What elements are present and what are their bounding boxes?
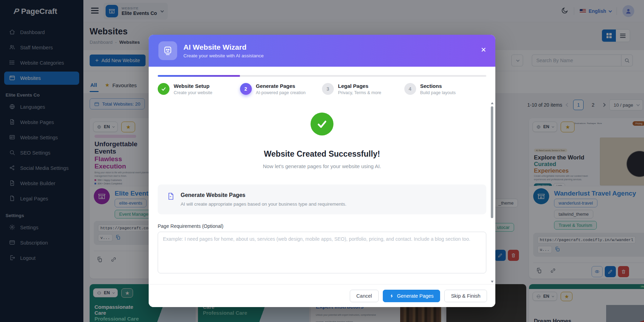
scrollbar-thumb[interactable] xyxy=(491,106,493,218)
wizard-subtitle: Create your website with AI assistance xyxy=(183,53,264,58)
step-generate-pages: 2 Generate PagesAI-powered page creation xyxy=(240,83,322,95)
success-block: Website Created Successfully! Now let's … xyxy=(149,113,495,169)
skip-finish-button[interactable]: Skip & Finish xyxy=(444,290,487,302)
step-done-check-icon xyxy=(158,83,170,95)
wizard-header: AI Website Wizard Create your website wi… xyxy=(149,35,495,67)
generate-pages-info-box: Generate Website Pages AI will create ap… xyxy=(158,184,486,214)
info-subtitle: AI will create appropriate pages based o… xyxy=(181,201,346,207)
wizard-title: AI Website Wizard xyxy=(183,43,264,51)
success-subtitle: Now let's generate pages for your websit… xyxy=(149,163,495,169)
step-legal-pages: 3 Legal PagesPrivacy, Terms & more xyxy=(322,83,404,95)
scroll-down-arrow[interactable] xyxy=(491,281,494,283)
info-title: Generate Website Pages xyxy=(181,192,346,198)
generate-pages-button[interactable]: Generate Pages xyxy=(383,290,440,302)
lightning-icon xyxy=(389,294,394,298)
step-website-setup: Website SetupCreate your website xyxy=(158,83,240,95)
modal-scrollbar[interactable] xyxy=(490,102,494,283)
step-number: 2 xyxy=(240,83,252,95)
success-check-icon xyxy=(311,113,333,135)
step-sections: 4 SectionsBuild page layouts xyxy=(404,83,487,95)
ai-website-wizard-modal: AI Website Wizard Create your website wi… xyxy=(149,35,495,307)
document-icon xyxy=(167,192,175,200)
close-icon[interactable]: ✕ xyxy=(481,47,486,53)
wizard-footer: Cancel Generate Pages Skip & Finish xyxy=(149,284,495,307)
scroll-up-arrow[interactable] xyxy=(491,102,494,104)
success-title: Website Created Successfully! xyxy=(149,149,495,159)
robot-icon xyxy=(158,41,177,60)
cancel-button[interactable]: Cancel xyxy=(350,290,379,302)
requirements-textarea[interactable] xyxy=(158,232,486,273)
step-number: 4 xyxy=(404,83,416,95)
wizard-body: Website Created Successfully! Now let's … xyxy=(149,101,495,284)
step-number: 3 xyxy=(322,83,334,95)
wizard-steps: Website SetupCreate your website 2 Gener… xyxy=(149,77,495,101)
requirements-label: Page Requirements (Optional) xyxy=(158,223,486,229)
